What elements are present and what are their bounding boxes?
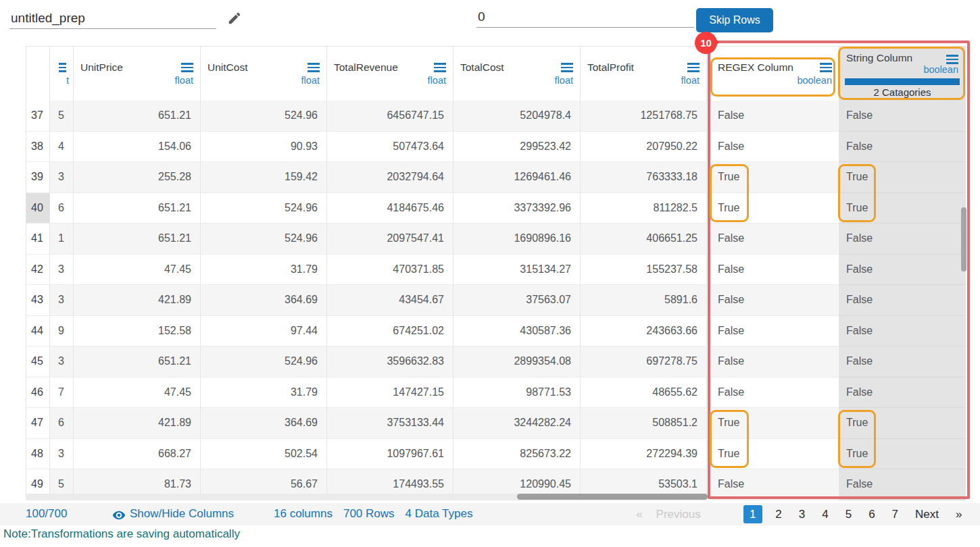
skip-rows-button[interactable]: Skip Rows [696,8,773,32]
cell-unit_cost: 502.54 [201,439,327,470]
column-header-hidden[interactable]: t [50,47,74,101]
cell-unit_cost: 90.93 [201,132,327,163]
cell-unit_price: 152.58 [74,316,201,347]
cell-regex: True [711,193,839,224]
cell-hidden: 3 [50,255,74,286]
cell-regex: True [711,408,839,439]
category-count-label: 2 Catagories [839,86,965,98]
cell-string: True [839,162,966,193]
cell-unit_price: 651.21 [74,224,201,255]
cell-hidden: 4 [50,132,74,163]
column-menu-icon[interactable] [59,63,66,65]
column-header-string[interactable]: String Columnboolean2 Catagories [839,47,966,101]
cell-unit_price: 651.21 [74,193,201,224]
previous-button[interactable]: Previous [650,508,708,521]
table-header-row: tUnitPricefloatUnitCostfloatTotalRevenue… [26,47,966,101]
cell-regex: False [711,285,839,316]
page-button-6[interactable]: 6 [860,508,883,521]
column-header-unit_cost[interactable]: UnitCostfloat [201,47,327,101]
cell-regex: False [711,132,839,163]
column-type-label: float [175,75,193,86]
vertical-scrollbar-thumb[interactable] [961,207,966,271]
cell-num: 42 [26,255,50,286]
cell-unit_cost: 364.69 [201,285,327,316]
page-button-7[interactable]: 7 [883,508,906,521]
cell-num: 40 [26,193,50,224]
cell-num: 37 [26,101,50,132]
table-row-41: 411651.21524.962097547.411690896.1640665… [26,224,966,255]
table-row-37: 375651.21524.966456747.155204978.4125176… [26,101,966,132]
cell-total_profit: 811282.5 [581,193,707,224]
horizontal-scrollbar-thumb[interactable] [517,494,708,500]
page-button-2[interactable]: 2 [767,508,790,521]
cell-unit_price: 421.89 [74,285,201,316]
cell-total_cost: 5204978.4 [454,101,581,132]
column-name: TotalRevenue [334,61,398,74]
column-name: UnitCost [207,61,247,74]
cell-hidden: 3 [50,285,74,316]
column-type-label: float [555,75,573,86]
page-button-5[interactable]: 5 [837,508,860,521]
column-header-total_cost[interactable]: TotalCostfloat [454,47,581,101]
prev-arrow[interactable]: « [629,508,649,521]
page-button-4[interactable]: 4 [814,508,837,521]
stat-label: 16 columns [274,507,333,520]
cell-total_cost: 2899354.08 [454,346,581,377]
cell-total_revenue: 2032794.64 [327,162,454,193]
column-menu-icon[interactable] [946,55,958,57]
cell-num: 46 [26,377,50,409]
cell-total_profit: 508851.2 [581,408,707,439]
column-header-total_profit[interactable]: TotalProfitfloat [581,47,707,101]
cell-total_profit: 1251768.75 [581,101,707,132]
stat-label: 700 Rows [343,507,395,520]
cell-hidden: 3 [50,162,74,193]
column-menu-icon[interactable] [434,63,446,65]
top-bar: Skip Rows [0,0,980,41]
table-row-38: 384154.0690.93507473.64299523.42207950.2… [26,132,966,163]
cell-num: 41 [26,224,50,255]
page-button-1[interactable]: 1 [743,505,762,523]
column-menu-icon[interactable] [181,63,193,65]
column-type-label: boolean [923,64,958,75]
table-row-47: 476421.89364.693753133.443244282.2450885… [26,408,966,439]
cell-total_revenue: 2097547.41 [327,224,454,255]
cell-regex: False [711,255,839,286]
cell-regex: False [711,346,839,377]
next-button[interactable]: Next [907,508,948,521]
cell-num: 44 [26,316,50,347]
cell-total_profit: 763333.18 [581,162,707,193]
skip-rows-input[interactable] [476,7,694,28]
eye-icon[interactable] [112,509,126,525]
cell-total_revenue: 470371.85 [327,255,454,286]
cell-hidden: 3 [50,346,74,377]
page-button-3[interactable]: 3 [790,508,813,521]
cell-unit_cost: 364.69 [201,408,327,439]
cell-total_revenue: 4184675.46 [327,193,454,224]
table-row-43: 433421.89364.6943454.6737563.075891.6Fal… [26,285,966,316]
cell-unit_cost: 524.96 [201,101,327,132]
cell-total_cost: 825673.22 [454,439,581,470]
cell-total_profit: 406651.25 [581,224,707,255]
cell-total_profit: 697278.75 [581,346,707,377]
cell-unit_price: 651.21 [74,101,201,132]
column-header-regex[interactable]: REGEX Columnboolean [711,47,839,101]
column-header-total_revenue[interactable]: TotalRevenuefloat [327,47,454,101]
column-type-label: float [681,75,700,86]
cell-hidden: 5 [50,101,74,132]
column-menu-icon[interactable] [561,63,573,65]
cell-unit_price: 154.06 [74,132,201,163]
cell-string: False [839,101,966,132]
show-hide-columns-button[interactable]: Show/Hide Columns [130,507,234,521]
column-menu-icon[interactable] [687,63,700,65]
column-menu-icon[interactable] [820,63,832,65]
edit-pencil-icon[interactable] [227,11,242,28]
column-header-unit_price[interactable]: UnitPricefloat [74,47,201,101]
table-row-46: 46747.4531.79147427.1598771.5348655.62Fa… [26,377,966,409]
cell-regex: False [711,101,839,132]
cell-string: False [839,255,966,286]
prep-name-input[interactable] [9,8,216,29]
cell-unit_cost: 97.44 [201,316,327,347]
column-menu-icon[interactable] [308,63,320,65]
next-arrow[interactable]: » [948,508,971,521]
cell-unit_cost: 159.42 [201,162,327,193]
